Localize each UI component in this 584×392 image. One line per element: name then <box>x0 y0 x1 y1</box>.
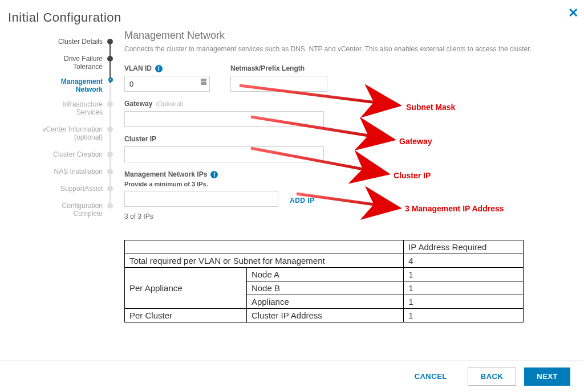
table-cell: Per Cluster <box>125 309 247 322</box>
step-cluster-details[interactable]: Cluster Details <box>5 35 113 52</box>
table-cell: Appliance <box>246 295 403 309</box>
step-nas-installation: NAS Installation <box>5 165 113 182</box>
page-title: Initial Configuration <box>8 10 121 25</box>
wizard-footer: CANCEL BACK NEXT <box>0 360 584 392</box>
annotation-mgmt-ip: 3 Management IP Address <box>405 204 504 213</box>
gateway-label: Gateway (Optional) <box>124 100 575 108</box>
step-drive-failure-tolerance[interactable]: Drive Failure Tolerance <box>5 52 113 75</box>
step-configuration-complete: Configuration Complete <box>5 199 113 222</box>
table-cell: 1 <box>404 268 524 281</box>
info-icon[interactable]: i <box>210 171 218 178</box>
mgmt-ips-label: Management Network IPs i <box>124 170 575 178</box>
cluster-ip-input[interactable] <box>124 146 324 162</box>
table-cell: Total required per VLAN or Subnet for Ma… <box>125 254 404 268</box>
close-icon[interactable]: ✕ <box>568 6 578 21</box>
table-cell: 4 <box>404 254 524 268</box>
annotation-cluster-ip: Cluster IP <box>394 171 431 180</box>
table-row: Per Appliance Node A 1 <box>125 268 524 281</box>
add-ip-button[interactable]: ADD IP <box>290 197 575 205</box>
vlan-id-label: VLAN ID i <box>124 64 210 72</box>
ip-count: 3 of 3 IPs <box>124 213 575 220</box>
next-button[interactable]: NEXT <box>524 368 570 386</box>
cluster-ip-label: Cluster IP <box>124 135 575 143</box>
table-cell: Node B <box>246 281 403 295</box>
table-cell: Per Appliance <box>125 268 247 309</box>
step-vcenter-information: vCenter Information (optional) <box>5 123 113 148</box>
section-description: Connects the cluster to management servi… <box>124 45 575 53</box>
table-cell: 1 <box>404 309 524 322</box>
vlan-id-input[interactable] <box>124 76 210 92</box>
annotation-gateway: Gateway <box>399 137 432 146</box>
step-management-network[interactable]: Management Network <box>5 75 113 98</box>
netmask-input[interactable] <box>230 76 327 92</box>
table-row: Total required per VLAN or Subnet for Ma… <box>125 254 524 268</box>
table-cell: 1 <box>404 295 524 309</box>
section-title: Management Network <box>124 30 575 42</box>
step-supportassist: SupportAssist <box>5 182 113 199</box>
info-icon[interactable]: i <box>155 65 163 72</box>
step-cluster-creation: Cluster Creation <box>5 148 113 165</box>
table-cell: Node A <box>246 268 403 281</box>
table-cell: Cluster IP Address <box>246 309 403 322</box>
cancel-button[interactable]: CANCEL <box>402 368 460 386</box>
vlan-stepper-icon[interactable] <box>201 79 206 85</box>
mgmt-ip-input[interactable] <box>124 191 278 207</box>
annotation-subnet-mask: Subnet Mask <box>406 103 455 112</box>
table-header-required: IP Address Required <box>404 240 524 254</box>
table-header-blank <box>125 240 404 254</box>
netmask-label: Netmask/Prefix Length <box>230 64 327 72</box>
mgmt-ips-description: Provide a minimum of 3 IPs. <box>124 181 575 187</box>
wizard-stepper: Cluster Details Drive Failure Tolerance … <box>5 35 113 222</box>
table-row: Per Cluster Cluster IP Address 1 <box>125 309 524 322</box>
gateway-input[interactable] <box>124 111 324 127</box>
step-infrastructure-services: Infrastructure Services <box>5 98 113 123</box>
table-row: IP Address Required <box>125 240 524 254</box>
table-cell: 1 <box>404 281 524 295</box>
back-button[interactable]: BACK <box>468 368 517 386</box>
ip-requirements-table: IP Address Required Total required per V… <box>124 240 524 322</box>
